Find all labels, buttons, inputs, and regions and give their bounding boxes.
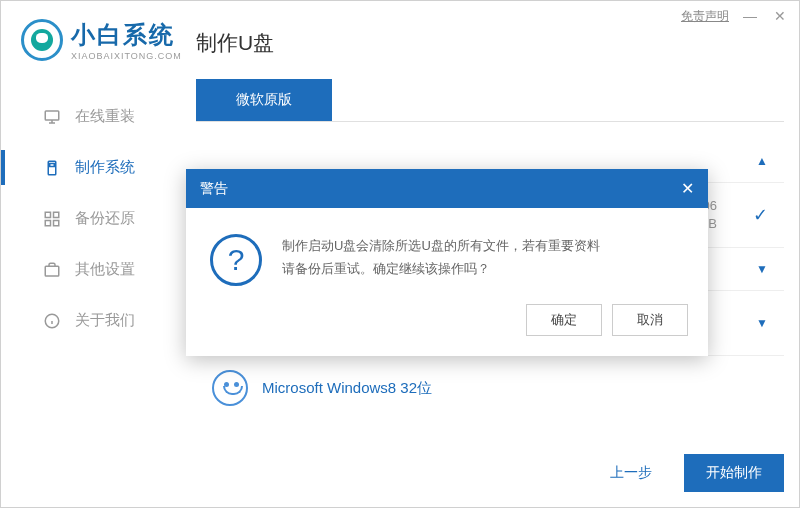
sidebar-item-about[interactable]: 关于我们	[1, 295, 176, 346]
svg-rect-7	[45, 220, 50, 225]
svg-rect-8	[54, 220, 59, 225]
brand-name-en: XIAOBAIXITONG.COM	[71, 51, 182, 61]
sidebar-item-label: 在线重装	[75, 107, 135, 126]
sidebar: 在线重装 制作系统 备份还原 其他设置 关于我们	[1, 91, 176, 346]
dialog-title: 警告	[200, 180, 228, 198]
svg-rect-6	[54, 212, 59, 217]
grid-icon	[43, 210, 61, 228]
svg-rect-4	[50, 163, 55, 166]
sidebar-item-other-settings[interactable]: 其他设置	[1, 244, 176, 295]
svg-rect-9	[45, 266, 59, 276]
check-icon: ✓	[753, 204, 768, 226]
sidebar-item-label: 制作系统	[75, 158, 135, 177]
chevron-up-icon: ▲	[756, 154, 768, 168]
sidebar-item-label: 关于我们	[75, 311, 135, 330]
briefcase-icon	[43, 261, 61, 279]
page-title: 制作U盘	[196, 29, 784, 57]
dialog-close-button[interactable]: ✕	[681, 179, 694, 198]
tab-microsoft-original[interactable]: 微软原版	[196, 79, 332, 121]
svg-rect-5	[45, 212, 50, 217]
brand-logo: 小白系统 XIAOBAIXITONG.COM	[21, 19, 182, 61]
os-row-win8-32[interactable]: Microsoft Windows8 32位	[196, 356, 784, 420]
sidebar-item-label: 备份还原	[75, 209, 135, 228]
disclaimer-link[interactable]: 免责声明	[681, 8, 729, 25]
dialog-cancel-button[interactable]: 取消	[612, 304, 688, 336]
sidebar-item-make-system[interactable]: 制作系统	[1, 142, 176, 193]
logo-icon	[21, 19, 63, 61]
brand-name-cn: 小白系统	[71, 19, 182, 51]
close-window-button[interactable]: ✕	[771, 8, 789, 24]
dialog-message: 制作启动U盘会清除所选U盘的所有文件，若有重要资料 请备份后重试。确定继续该操作…	[282, 234, 600, 281]
sidebar-item-online-reinstall[interactable]: 在线重装	[1, 91, 176, 142]
sidebar-item-label: 其他设置	[75, 260, 135, 279]
chevron-down-icon: ▼	[756, 262, 768, 276]
sidebar-item-backup-restore[interactable]: 备份还原	[1, 193, 176, 244]
start-button[interactable]: 开始制作	[684, 454, 784, 492]
prev-button[interactable]: 上一步	[592, 454, 670, 492]
os-name: Microsoft Windows8 32位	[262, 379, 768, 398]
chevron-down-icon: ▼	[756, 316, 768, 330]
svg-rect-0	[45, 111, 59, 120]
usb-icon	[43, 159, 61, 177]
question-icon: ?	[210, 234, 262, 286]
dialog-ok-button[interactable]: 确定	[526, 304, 602, 336]
warning-dialog: 警告 ✕ ? 制作启动U盘会清除所选U盘的所有文件，若有重要资料 请备份后重试。…	[186, 169, 708, 356]
info-icon	[43, 312, 61, 330]
os-face-icon	[212, 370, 248, 406]
monitor-icon	[43, 108, 61, 126]
minimize-button[interactable]: —	[741, 8, 759, 24]
tab-row: 微软原版	[196, 79, 784, 122]
